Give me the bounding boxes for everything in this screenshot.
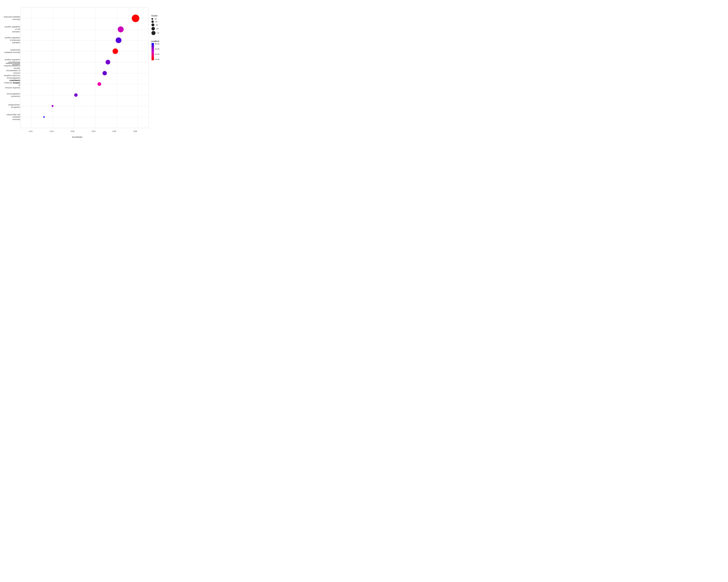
y-axis-label: phagocytosis, recognition bbox=[3, 104, 20, 109]
grid-line-h bbox=[21, 84, 148, 84]
count-dot bbox=[151, 18, 153, 20]
count-label: 30 bbox=[155, 18, 157, 20]
color-labels: 8e-066e-064e-062e-06 bbox=[155, 43, 159, 60]
x-tick-label: 0.03 bbox=[71, 130, 74, 132]
count-legend-item: 30 bbox=[151, 18, 178, 20]
x-tick-label: 0.06 bbox=[133, 130, 137, 132]
y-axis-label: immunoglobulin production bbox=[3, 93, 20, 98]
x-axis-title: GeneRatio bbox=[72, 136, 82, 138]
x-tick-label: 0.05 bbox=[112, 130, 116, 132]
count-label: 60 bbox=[156, 28, 158, 30]
y-axis-label: lymphocyte mediated immunity bbox=[3, 49, 20, 54]
count-legend-item: 50 bbox=[151, 23, 178, 26]
grid-line-h bbox=[21, 18, 148, 19]
data-dot bbox=[118, 26, 124, 32]
data-dot bbox=[74, 93, 77, 96]
data-dot bbox=[103, 71, 107, 75]
y-axis-label: positive regulation of leukocyte activat… bbox=[3, 36, 20, 44]
count-label: 40 bbox=[155, 21, 157, 23]
data-dot bbox=[43, 116, 45, 118]
count-label: 50 bbox=[156, 24, 158, 26]
color-tick-label: 8e-06 bbox=[155, 43, 159, 45]
count-legend-item: 60 bbox=[151, 27, 178, 30]
grid-line-v bbox=[31, 7, 31, 128]
color-legend: p.adjust 8e-066e-064e-062e-06 bbox=[151, 40, 178, 60]
color-tick-label: 6e-06 bbox=[155, 48, 159, 50]
y-axis-label: natural killer cell mediated immunity bbox=[3, 113, 20, 121]
y-axis-label: leukocyte mediated immunity bbox=[3, 16, 20, 21]
color-legend-title: p.adjust bbox=[151, 40, 178, 42]
x-tick-label: 0.01 bbox=[29, 130, 33, 132]
data-dot bbox=[106, 60, 110, 64]
y-axis-label: production of molecular mediator of immu… bbox=[3, 79, 20, 89]
y-axis-label: positive regulation of cell activation bbox=[3, 26, 20, 33]
grid-line-h bbox=[21, 62, 148, 62]
color-legend-section: 8e-066e-064e-062e-06 bbox=[151, 43, 178, 60]
count-dot bbox=[151, 31, 156, 35]
grid-line-h bbox=[21, 40, 148, 40]
data-dot bbox=[115, 37, 122, 43]
legend-area: Count 3040506070 p.adjust 8e-066e-064e-0… bbox=[151, 3, 178, 60]
grid-line-h bbox=[21, 29, 148, 30]
count-legend-item: 40 bbox=[151, 21, 178, 23]
chart-frame bbox=[20, 7, 149, 128]
count-dot bbox=[151, 21, 154, 23]
count-legend: Count 3040506070 bbox=[151, 15, 178, 36]
count-legend-item: 70 bbox=[151, 31, 178, 35]
data-dot bbox=[98, 82, 101, 86]
count-dot bbox=[151, 27, 155, 30]
color-gradient-bar bbox=[151, 43, 154, 60]
chart-area: GeneRatio 0.010.020.030.040.050.06leukoc… bbox=[3, 3, 151, 140]
data-dot bbox=[52, 105, 53, 107]
color-tick-label: 2e-06 bbox=[155, 58, 159, 60]
data-dot bbox=[132, 15, 139, 22]
x-tick-label: 0.04 bbox=[92, 130, 95, 132]
count-label: 70 bbox=[157, 32, 159, 34]
count-legend-title: Count bbox=[151, 15, 178, 17]
color-tick-label: 4e-06 bbox=[155, 53, 159, 55]
count-dot bbox=[151, 23, 154, 26]
outer-container: GeneRatio 0.010.020.030.040.050.06leukoc… bbox=[3, 3, 178, 140]
x-tick-label: 0.02 bbox=[50, 130, 53, 132]
data-dot bbox=[112, 49, 118, 54]
